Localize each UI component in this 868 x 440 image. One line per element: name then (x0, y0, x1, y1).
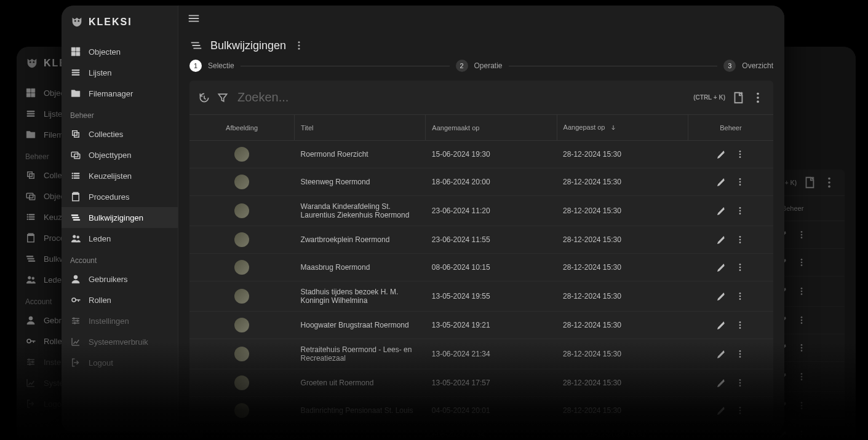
sidebar-item-systeemverbruik[interactable]: Systeemverbruik (62, 331, 178, 352)
row-thumbnail (234, 260, 249, 275)
row-title: Maasbrug Roermond (295, 254, 426, 281)
row-kebab-icon[interactable] (797, 257, 806, 267)
kebab-icon[interactable] (751, 91, 765, 104)
row-kebab-icon[interactable] (735, 291, 745, 301)
row-created: 23-06-2024 11:20 (426, 196, 557, 226)
nav-label: Lijsten (89, 68, 112, 77)
row-kebab-icon[interactable] (735, 378, 745, 388)
edit-icon[interactable] (778, 430, 788, 439)
topbar (178, 6, 784, 31)
logo[interactable]: KLEKSI (62, 13, 178, 40)
edit-icon[interactable] (717, 206, 727, 216)
nav-label: Objecttypen (89, 151, 131, 160)
sidebar-item-rollen[interactable]: Rollen (62, 289, 178, 310)
table-row[interactable]: Maasbrug Roermond 08-06-2024 10:15 28-12… (189, 254, 773, 281)
sidebar-item-objecten[interactable]: Objecten (62, 41, 178, 62)
edit-icon[interactable] (717, 291, 727, 301)
grid-icon (25, 87, 36, 98)
brand-name: KLEKSI (89, 17, 132, 28)
sidebar-item-lijsten[interactable]: Lijsten (62, 62, 178, 83)
menu-toggle-icon[interactable] (187, 12, 201, 25)
sidebar-item-leden[interactable]: Leden (62, 228, 178, 249)
edit-icon[interactable] (717, 235, 727, 245)
row-kebab-icon[interactable] (735, 235, 745, 245)
step-operatie[interactable]: 2Operatie (456, 60, 503, 72)
new-document-icon[interactable] (803, 176, 816, 189)
table-row[interactable]: Waranda Kinderafdeling St. Laurentius Zi… (189, 196, 773, 226)
table-row[interactable]: Retraitehuis Roermond - Lees- en Recreat… (189, 339, 773, 369)
row-kebab-icon[interactable] (735, 149, 745, 159)
row-created: 13-05-2024 17:57 (426, 369, 557, 397)
table-row[interactable]: Groeten uit Roermond 13-05-2024 17:57 28… (189, 369, 773, 397)
nav-label: Keuzelijsten (89, 171, 132, 181)
col-created-header[interactable]: Aangemaakt op (426, 115, 557, 141)
col-modified-header[interactable]: Aangepast op (557, 115, 688, 141)
new-document-icon[interactable] (731, 91, 745, 104)
users-icon (25, 315, 36, 326)
row-kebab-icon[interactable] (735, 349, 745, 359)
sidebar-item-bulkwijzigingen[interactable]: Bulkwijzigingen (62, 207, 178, 228)
row-title: Hoogwater Brugstraat Roermond (295, 312, 426, 339)
step-connector (241, 66, 450, 66)
row-kebab-icon[interactable] (797, 372, 806, 382)
row-kebab-icon[interactable] (797, 343, 806, 353)
row-title: Retraitehuis Roermond - Lees- en Recreat… (295, 339, 426, 369)
nav-label: Filemanager (89, 89, 133, 98)
row-kebab-icon[interactable] (797, 401, 806, 411)
row-created: 13-05-2024 19:55 (426, 281, 557, 312)
edit-icon[interactable] (717, 262, 727, 272)
sidebar-item-gebruikers[interactable]: Gebruikers (62, 269, 178, 289)
step-label: Overzicht (742, 61, 773, 70)
search-input[interactable] (235, 87, 687, 108)
sliders-icon (25, 356, 36, 367)
nav-label: Gebruikers (89, 275, 128, 284)
row-kebab-icon[interactable] (735, 406, 745, 415)
step-overzicht[interactable]: 3Overzicht (723, 60, 773, 72)
row-kebab-icon[interactable] (797, 286, 806, 296)
row-kebab-icon[interactable] (797, 430, 806, 439)
row-kebab-icon[interactable] (735, 320, 745, 330)
col-title-header[interactable]: Titel (295, 115, 426, 141)
col-image-header[interactable]: Afbeelding (189, 115, 295, 141)
table-row[interactable]: Zwartbroekplein Roermond 23-06-2024 11:5… (189, 226, 773, 254)
row-created: 13-06-2024 21:34 (426, 339, 557, 369)
sidebar-item-instellingen[interactable]: Instellingen (62, 310, 178, 331)
kebab-icon[interactable] (822, 176, 836, 189)
edit-icon[interactable] (717, 177, 727, 187)
nav-label: Procedures (89, 192, 129, 202)
sidebar-item-procedures[interactable]: Procedures (62, 186, 178, 207)
row-modified: 28-12-2024 15:30 (557, 196, 688, 226)
step-selectie[interactable]: 1Selectie (189, 60, 234, 72)
row-thumbnail (234, 232, 249, 247)
table-row[interactable]: Badinrichting Pensionaat St. Louis 04-05… (189, 397, 773, 422)
clipboard-icon (70, 191, 81, 202)
row-thumbnail (234, 403, 249, 418)
stepper: 1Selectie2Operatie3Overzicht (178, 60, 784, 81)
table-row[interactable]: Roermond Roerzicht 15-06-2024 19:30 28-1… (189, 141, 773, 168)
page-title: Bulkwijzigingen (210, 39, 286, 52)
row-kebab-icon[interactable] (735, 262, 745, 272)
row-kebab-icon[interactable] (735, 206, 745, 216)
table-row[interactable]: Stadhuis tijdens bezoek H. M. Koningin W… (189, 281, 773, 312)
sidebar-item-filemanager[interactable]: Filemanager (62, 83, 178, 104)
history-icon[interactable] (198, 92, 210, 104)
row-thumbnail (234, 175, 249, 189)
page-kebab-icon[interactable] (293, 40, 305, 51)
sidebar-item-objecttypen[interactable]: Objecttypen (62, 144, 178, 165)
search-row: (CTRL + K) (189, 81, 773, 115)
table-row[interactable]: Hoogwater Brugstraat Roermond 13-05-2024… (189, 312, 773, 339)
row-kebab-icon[interactable] (735, 177, 745, 187)
edit-icon[interactable] (717, 406, 727, 415)
edit-icon[interactable] (717, 149, 727, 159)
sidebar-item-logout[interactable]: Logout (62, 352, 178, 373)
row-kebab-icon[interactable] (797, 315, 806, 325)
edit-icon[interactable] (717, 349, 727, 359)
edit-icon[interactable] (717, 320, 727, 330)
step-number: 3 (723, 60, 736, 72)
edit-icon[interactable] (717, 378, 727, 388)
sidebar-item-keuzelijsten[interactable]: Keuzelijsten (62, 165, 178, 186)
row-kebab-icon[interactable] (797, 230, 806, 240)
filter-icon[interactable] (217, 92, 229, 104)
table-row[interactable]: Steenweg Roermond 18-06-2024 20:00 28-12… (189, 168, 773, 196)
sidebar-item-collecties[interactable]: Collecties (62, 124, 178, 144)
